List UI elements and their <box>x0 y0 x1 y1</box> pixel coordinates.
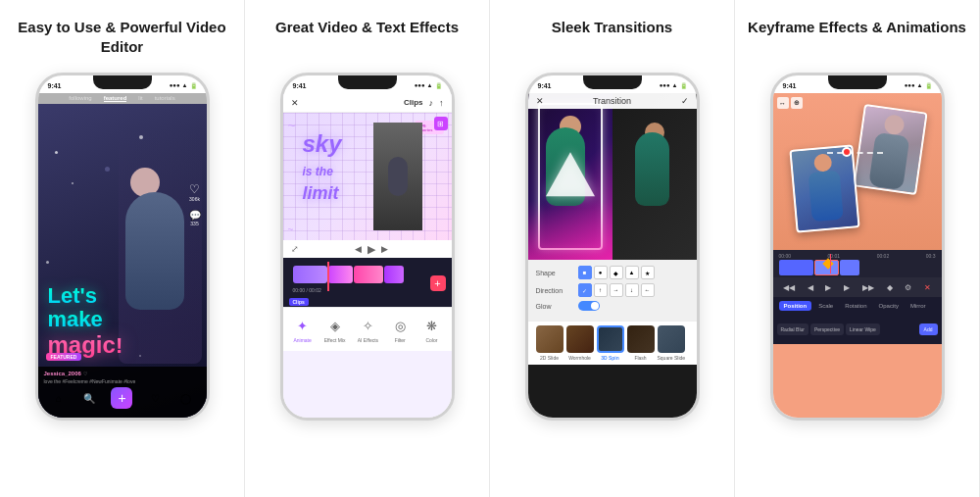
transition-split <box>528 93 697 260</box>
transition-thumbnails: 2D Slide Wormhole 3D Spin Flash Square S… <box>528 321 697 365</box>
shape-square[interactable]: ■ <box>578 266 592 279</box>
shape-row: Shape ■ ● ◆ ▲ ★ <box>536 266 689 279</box>
kf-keyframe-icon[interactable]: ◆ <box>887 283 893 292</box>
fullscreen-icon[interactable]: ⤢ <box>291 244 299 254</box>
kf-settings-icon[interactable]: ⚙ <box>905 283 911 292</box>
thumb-wormhole[interactable]: Wormhole <box>566 325 594 361</box>
shape-star[interactable]: ★ <box>641 266 655 279</box>
tab-scale[interactable]: Scale <box>813 301 838 311</box>
editor-canvas: ~ ~ vibing, memories skyis thelimit is s… <box>283 113 452 240</box>
phone-frame-2: 9:41 ●●●▲🔋 ✕ Clips ♪ ↑ ~ ~ vibing, memor… <box>280 73 455 421</box>
timeline-clip-2[interactable] <box>328 266 353 283</box>
add-clip-button[interactable]: + <box>430 275 446 291</box>
nav-add-button[interactable]: + <box>111 387 132 409</box>
tool-color[interactable]: ❋ Color <box>421 316 441 343</box>
nav-profile-icon[interactable]: ◯ <box>177 390 193 406</box>
transition-close-icon[interactable]: ✕ <box>536 96 544 106</box>
close-icon[interactable]: ✕ <box>291 98 299 108</box>
timeline-clip-3[interactable] <box>354 266 383 283</box>
nav-search-icon[interactable]: 🔍 <box>81 390 97 406</box>
shape-circle[interactable]: ● <box>594 266 608 279</box>
transition-title: Transition <box>593 96 631 106</box>
shape-options: ■ ● ◆ ▲ ★ <box>578 266 655 279</box>
timeline-clip-1[interactable] <box>293 266 327 283</box>
effect-radial-blur[interactable]: Radial Blur <box>777 323 808 335</box>
glow-row: Glow <box>536 301 689 311</box>
tab-lit[interactable]: lit <box>138 95 142 102</box>
timeline-clip-4[interactable] <box>384 266 404 283</box>
dir-check[interactable]: ✓ <box>578 283 592 297</box>
clips-chip[interactable]: Clips <box>289 298 309 306</box>
panel-4: Keyframe Effects & Animations 9:41 ●●●▲🔋 <box>735 0 980 497</box>
phone-notch-2 <box>338 75 397 89</box>
dir-down[interactable]: ↓ <box>625 283 639 297</box>
effect-linear-wipe[interactable]: Linear Wipe <box>846 323 880 335</box>
thumb-flash[interactable]: Flash <box>627 325 655 361</box>
transition-settings: Shape ■ ● ◆ ▲ ★ Direction ✓ ↑ → <box>528 260 697 321</box>
canvas-ctrl-1[interactable]: ↔ <box>777 97 789 109</box>
kf-delete-icon[interactable]: ✕ <box>924 283 931 292</box>
kf-clip-3[interactable] <box>840 260 859 275</box>
thumb-img-3d <box>597 325 624 353</box>
timeline-playhead <box>327 262 329 291</box>
prev-icon[interactable]: ◀ <box>355 244 362 254</box>
tab-position[interactable]: Position <box>779 301 812 311</box>
feed-tabs: following featured lit tutorials <box>38 93 207 104</box>
timeline-track <box>293 266 442 283</box>
tab-tutorials[interactable]: tutorials <box>155 95 175 102</box>
nav-activity-icon[interactable]: ♡ <box>147 390 163 406</box>
transition-left <box>528 93 612 260</box>
kf-prev-icon[interactable]: ◀◀ <box>783 283 795 292</box>
phone-notch-3 <box>583 75 642 89</box>
dir-right[interactable]: → <box>610 283 623 297</box>
tool-animate[interactable]: ✦ Animate <box>293 316 313 343</box>
featured-badge: FEATURED <box>46 353 82 361</box>
timeline-chips: Clips <box>283 297 452 307</box>
canvas-ctrl-2[interactable]: ⊕ <box>791 97 803 109</box>
thumb-2d-slide[interactable]: 2D Slide <box>536 325 564 361</box>
tab-following[interactable]: following <box>69 95 91 102</box>
status-icons-1: ●●● ▲ 🔋 <box>170 82 197 89</box>
glow-toggle[interactable] <box>578 301 600 311</box>
kf-forward-icon[interactable]: ▶ <box>844 283 850 292</box>
nav-home-icon[interactable]: ⌂ <box>51 390 67 406</box>
effect-mix-icon: ◈ <box>325 316 345 335</box>
tab-rotation[interactable]: Rotation <box>840 301 871 311</box>
shape-diamond[interactable]: ◆ <box>610 266 623 279</box>
dir-left[interactable]: ← <box>641 283 655 297</box>
share-icon[interactable]: ↑ <box>439 98 444 108</box>
tool-filter[interactable]: ◎ Filter <box>390 316 410 343</box>
next-icon[interactable]: ▶ <box>381 244 388 254</box>
dir-up[interactable]: ↑ <box>594 283 608 297</box>
thumb-3d-spin[interactable]: 3D Spin <box>597 325 624 361</box>
kf-next-icon[interactable]: ▶▶ <box>862 283 874 292</box>
phone-frame-1: 9:41 ●●● ▲ 🔋 following featured lit tuto… <box>35 73 210 421</box>
tab-opacity[interactable]: Opacity <box>874 301 904 311</box>
kf-play-icon[interactable]: ▶ <box>825 283 831 292</box>
tab-featured[interactable]: featured <box>104 95 127 102</box>
tool-ai-effects[interactable]: ✧ AI Effects <box>358 316 378 343</box>
transition-right <box>612 93 697 260</box>
shape-triangle[interactable]: ▲ <box>625 266 639 279</box>
tool-effect-mix[interactable]: ◈ Effect Mix <box>324 316 346 343</box>
panel-1-title: Easy to Use & Powerful Video Editor <box>10 18 234 61</box>
feed-person-image <box>119 128 202 364</box>
canvas-toolbar: ↔ ⊕ <box>777 97 803 109</box>
kf-clip-1[interactable] <box>779 260 813 275</box>
hashtags: love the #Feelcreme #NewFunimate #love <box>44 378 201 384</box>
ai-effects-icon: ✧ <box>358 316 377 335</box>
panel-3: Sleek Transitions 9:41 ●●●▲🔋 <box>490 0 735 497</box>
play-icon[interactable]: ▶ <box>368 243 375 256</box>
kf-back-icon[interactable]: ◀ <box>808 283 813 292</box>
transition-confirm-icon[interactable]: ✓ <box>681 96 689 106</box>
thumb-square-slide[interactable]: Square Slide <box>658 325 686 361</box>
effect-perspective[interactable]: Perspective <box>810 323 844 335</box>
overlay-lets: Let's <box>48 284 123 308</box>
music-icon[interactable]: ♪ <box>429 98 434 108</box>
keyframe-path <box>827 152 883 154</box>
thumb-img-flash <box>627 325 655 353</box>
animate-icon: ✦ <box>293 316 313 335</box>
effect-add-button[interactable]: Add <box>919 323 938 335</box>
tab-mirror[interactable]: Mirror <box>906 301 931 311</box>
canvas-icon-filter[interactable]: ⊞ <box>434 117 448 130</box>
